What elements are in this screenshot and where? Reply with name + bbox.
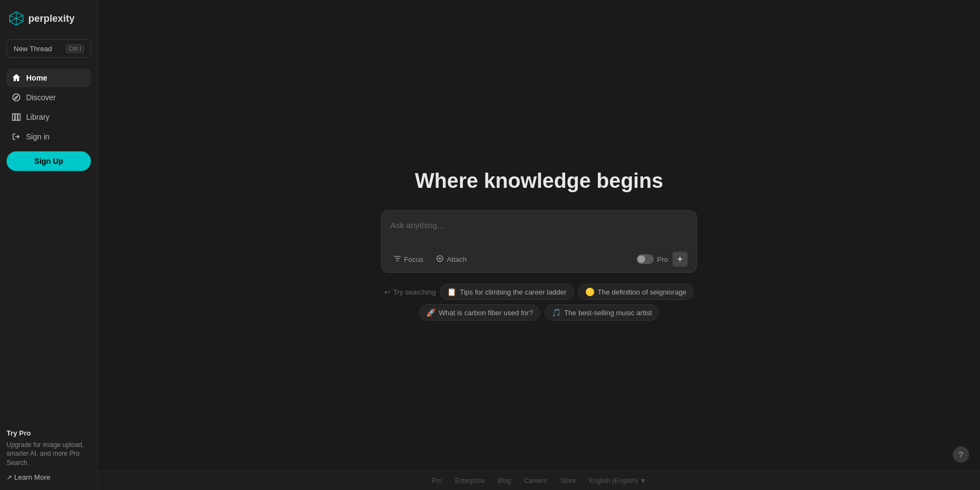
focus-button[interactable]: Focus: [390, 253, 426, 266]
pro-label: Pro: [657, 255, 668, 264]
sidebar-item-home[interactable]: Home: [7, 69, 91, 87]
svg-rect-3: [18, 114, 20, 120]
suggestion-chip-3[interactable]: 🎵 The best-selling music artist: [544, 304, 659, 321]
library-icon: [12, 113, 21, 121]
attach-label: Attach: [446, 255, 467, 264]
attach-button[interactable]: Attach: [433, 253, 470, 266]
compass-icon: [12, 93, 21, 102]
bottom-link-store[interactable]: Store: [560, 477, 576, 485]
toolbar-right: Pro +: [636, 252, 688, 267]
logo: perplexity: [7, 9, 91, 28]
bottom-link-enterprise[interactable]: Enterprise: [455, 477, 485, 485]
try-pro-title: Try Pro: [7, 429, 91, 437]
focus-label: Focus: [404, 255, 423, 264]
help-button[interactable]: ?: [953, 446, 969, 463]
sidebar-home-label: Home: [26, 74, 47, 82]
chip-2-emoji: 🚀: [426, 308, 436, 317]
suggestions-row-1: ↩ Try searching 📋 Tips for climbing the …: [384, 284, 694, 300]
chip-3-text: The best-selling music artist: [564, 309, 652, 317]
chip-1-text: The definition of seigniorage: [598, 288, 687, 296]
sign-up-button[interactable]: Sign Up: [7, 151, 91, 171]
logo-text: perplexity: [28, 13, 75, 24]
bottom-link-pro[interactable]: Pro: [432, 477, 442, 485]
submit-button[interactable]: +: [672, 252, 688, 267]
search-box: Focus Attach Pro +: [381, 210, 697, 273]
bottom-link-blog[interactable]: Blog: [498, 477, 511, 485]
search-input[interactable]: [390, 219, 688, 244]
bottom-bar: Pro Enterprise Blog Careers Store Englis…: [98, 470, 980, 490]
main-content: Where knowledge begins Focus Attach Pro: [98, 0, 980, 490]
question-mark-icon: ?: [959, 450, 963, 459]
learn-more-arrow-icon: ↗: [7, 474, 12, 481]
chip-0-emoji: 📋: [447, 287, 456, 296]
bottom-link-careers[interactable]: Careers: [524, 477, 547, 485]
try-searching-text: Try searching: [393, 288, 436, 296]
chip-0-text: Tips for climbing the career ladder: [460, 288, 566, 296]
suggestions-area: ↩ Try searching 📋 Tips for climbing the …: [384, 284, 694, 321]
home-icon: [12, 74, 21, 82]
sidebar-promo: Try Pro Upgrade for image upload, smarte…: [7, 420, 91, 481]
sidebar-item-library[interactable]: Library: [7, 108, 91, 126]
perplexity-logo-icon: [9, 11, 24, 26]
sidebar-item-signin[interactable]: Sign in: [7, 127, 91, 146]
new-thread-label: New Thread: [14, 45, 52, 53]
suggestion-chip-1[interactable]: 🟡 The definition of seigniorage: [578, 284, 694, 300]
focus-icon: [394, 255, 401, 264]
new-thread-button[interactable]: New Thread Ctrl I: [7, 39, 91, 58]
sidebar: perplexity New Thread Ctrl I Home Discov…: [0, 0, 98, 490]
attach-icon: [436, 255, 444, 264]
search-toolbar: Focus Attach Pro +: [390, 252, 688, 267]
new-thread-shortcut: Ctrl I: [66, 44, 84, 53]
sidebar-item-discover[interactable]: Discover: [7, 88, 91, 107]
hero-title: Where knowledge begins: [415, 169, 663, 193]
sidebar-discover-label: Discover: [26, 93, 56, 102]
chip-1-emoji: 🟡: [585, 287, 595, 296]
submit-icon: +: [677, 254, 682, 264]
learn-more-button[interactable]: ↗ Learn More: [7, 473, 50, 481]
bottom-link-language[interactable]: English (English) ▼: [589, 477, 646, 485]
signin-icon: [12, 132, 21, 141]
svg-rect-2: [15, 114, 17, 120]
try-searching-label: ↩ Try searching: [384, 288, 436, 296]
try-pro-description: Upgrade for image upload, smarter AI, an…: [7, 440, 91, 468]
sidebar-signin-label: Sign in: [26, 132, 50, 141]
pro-toggle[interactable]: Pro: [636, 254, 668, 264]
nav-items: Home Discover Library Sign in Sign Up: [7, 69, 91, 420]
sidebar-library-label: Library: [26, 113, 50, 121]
learn-more-label: Learn More: [14, 473, 50, 481]
suggestion-chip-2[interactable]: 🚀 What is carbon fiber used for?: [419, 304, 540, 321]
try-searching-arrow-icon: ↩: [384, 288, 390, 296]
svg-rect-1: [13, 114, 15, 120]
chip-3-emoji: 🎵: [552, 308, 561, 317]
chip-2-text: What is carbon fiber used for?: [439, 309, 533, 317]
suggestions-row-2: 🚀 What is carbon fiber used for? 🎵 The b…: [419, 304, 659, 321]
suggestion-chip-0[interactable]: 📋 Tips for climbing the career ladder: [440, 284, 573, 300]
toggle-switch[interactable]: [636, 254, 654, 264]
